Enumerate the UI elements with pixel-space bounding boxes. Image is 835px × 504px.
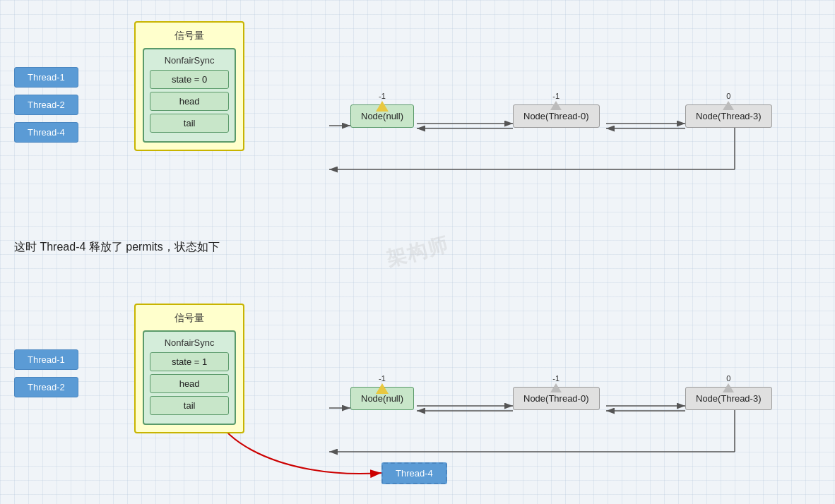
badge-num-d1-0: -1 bbox=[379, 92, 386, 100]
node-null-d1: -1 Node(null) bbox=[350, 104, 414, 128]
thread2-box-d2: Thread-2 bbox=[14, 377, 78, 397]
badge-triangle-d1-2 bbox=[723, 101, 734, 110]
thread1-box-d1: Thread-1 bbox=[14, 67, 78, 88]
badge-num-d1-1: -1 bbox=[552, 92, 559, 100]
node-thread0-label-d2: Node(Thread-0) bbox=[523, 393, 589, 404]
thread2-box-d1: Thread-2 bbox=[14, 95, 78, 115]
tail-field-d1: tail bbox=[150, 114, 229, 133]
thread4-dashed-d2: Thread-4 bbox=[381, 462, 447, 484]
nonfairsync-title-d1: NonfairSync bbox=[150, 55, 229, 66]
node-thread3-d1: 0 Node(Thread-3) bbox=[685, 104, 772, 128]
badge-num-d2-2: 0 bbox=[726, 375, 730, 383]
head-field-d1: head bbox=[150, 92, 229, 111]
node-null-label-d2: Node(null) bbox=[361, 393, 403, 404]
thread4-label-d2: Thread-4 bbox=[381, 462, 447, 484]
node-null-label-d1: Node(null) bbox=[361, 111, 403, 121]
badge-triangle-d1-1 bbox=[550, 101, 562, 110]
state-field-d2: state = 1 bbox=[150, 352, 229, 371]
node-thread0-label-d1: Node(Thread-0) bbox=[523, 111, 589, 121]
tail-field-d2: tail bbox=[150, 396, 229, 415]
head-field-d2: head bbox=[150, 374, 229, 393]
nonfairsync-title-d2: NonfairSync bbox=[150, 337, 229, 348]
semaphore-box-d2: 信号量 NonfairSync state = 1 head tail bbox=[134, 304, 244, 433]
node-thread3-label-d1: Node(Thread-3) bbox=[696, 111, 762, 121]
diagram1-threads: Thread-1 Thread-2 Thread-4 bbox=[14, 67, 78, 143]
node-null-d2: -1 Node(null) bbox=[350, 387, 414, 410]
badge-num-d2-0: -1 bbox=[379, 375, 386, 383]
badge-triangle-d1-0 bbox=[376, 101, 389, 112]
annotation-text: 这时 Thread-4 释放了 permits，状态如下 bbox=[14, 240, 220, 255]
badge-triangle-d2-1 bbox=[550, 383, 562, 392]
node-thread3-d2: 0 Node(Thread-3) bbox=[685, 387, 772, 410]
semaphore-title-d2: 信号量 bbox=[143, 312, 236, 325]
thread1-box-d2: Thread-1 bbox=[14, 349, 78, 370]
node-thread0-d2: -1 Node(Thread-0) bbox=[513, 387, 600, 410]
node-thread3-label-d2: Node(Thread-3) bbox=[696, 393, 762, 404]
watermark: 架构师 bbox=[384, 231, 452, 273]
diagram2-threads: Thread-1 Thread-2 bbox=[14, 349, 78, 397]
state-field-d1: state = 0 bbox=[150, 70, 229, 89]
badge-triangle-d2-2 bbox=[723, 383, 734, 392]
badge-num-d2-1: -1 bbox=[552, 375, 559, 383]
thread4-box-d1: Thread-4 bbox=[14, 122, 78, 143]
semaphore-title-d1: 信号量 bbox=[143, 30, 236, 42]
node-thread0-d1: -1 Node(Thread-0) bbox=[513, 104, 600, 128]
badge-num-d1-2: 0 bbox=[726, 92, 730, 100]
semaphore-box-d1: 信号量 NonfairSync state = 0 head tail bbox=[134, 21, 244, 151]
badge-triangle-d2-0 bbox=[376, 383, 389, 394]
